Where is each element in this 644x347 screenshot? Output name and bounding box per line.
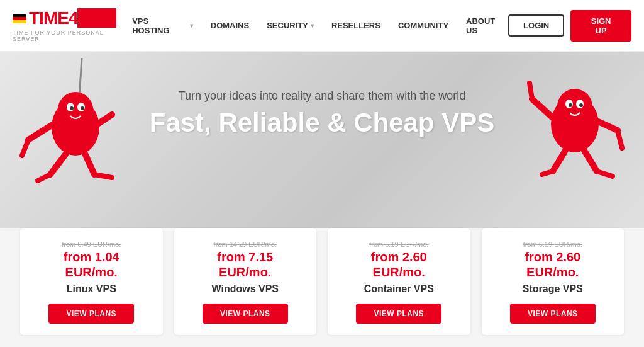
- view-plans-button[interactable]: VIEW PLANS: [48, 304, 134, 324]
- svg-line-30: [597, 171, 613, 176]
- nav-resellers[interactable]: RESELLERS: [331, 21, 380, 30]
- pricing-card: from 6.49 EUR/mo. from 1.04EUR/mo. Linux…: [20, 228, 163, 335]
- card-new-price: from 2.60EUR/mo.: [371, 249, 427, 280]
- card-name: Container VPS: [364, 283, 434, 295]
- svg-rect-0: [13, 14, 26, 17]
- header: TIME4VPS TIME FOR YOUR PERSONAL SERVER V…: [0, 0, 644, 52]
- pricing-card: from 14.29 EUR/mo. from 7.15EUR/mo. Wind…: [174, 228, 317, 335]
- hero-section: Turn your ideas into reality and share t…: [0, 52, 644, 228]
- hero-subtitle: Turn your ideas into reality and share t…: [0, 89, 644, 103]
- svg-line-27: [553, 151, 565, 171]
- card-old-price: from 5.19 EUR/mo.: [523, 241, 582, 248]
- cards-grid: from 6.49 EUR/mo. from 1.04EUR/mo. Linux…: [20, 228, 624, 335]
- logo-text: TIME4VPS: [29, 8, 116, 28]
- pricing-card: from 5.19 EUR/mo. from 2.60EUR/mo. Stora…: [482, 228, 625, 335]
- flag-icon: [13, 14, 26, 23]
- svg-rect-1: [13, 17, 26, 20]
- pricing-card: from 5.19 EUR/mo. from 2.60EUR/mo. Conta…: [328, 228, 470, 335]
- chevron-down-icon: ▾: [190, 22, 193, 29]
- card-old-price: from 6.49 EUR/mo.: [62, 241, 121, 248]
- logo[interactable]: TIME4VPS TIME FOR YOUR PERSONAL SERVER: [13, 9, 132, 42]
- card-old-price: from 14.29 EUR/mo.: [214, 241, 277, 248]
- svg-line-11: [22, 140, 28, 156]
- view-plans-button[interactable]: VIEW PLANS: [510, 304, 596, 324]
- card-name: Storage VPS: [523, 283, 583, 295]
- hero-title: Fast, Reliable & Cheap VPS: [0, 108, 644, 138]
- svg-rect-2: [13, 20, 26, 23]
- nav-vps-hosting[interactable]: VPS HOSTING ▾: [132, 16, 193, 35]
- card-name: Linux VPS: [67, 283, 116, 295]
- nav-security[interactable]: SECURITY ▾: [267, 21, 314, 30]
- logo-vps: VPS: [77, 8, 116, 28]
- svg-line-13: [50, 154, 66, 174]
- pricing-section: from 6.49 EUR/mo. from 1.04EUR/mo. Linux…: [0, 228, 644, 347]
- nav-community[interactable]: COMMUNITY: [398, 21, 448, 30]
- chevron-down-icon: ▾: [311, 22, 314, 29]
- svg-line-14: [38, 174, 50, 181]
- svg-line-29: [584, 151, 597, 171]
- card-old-price: from 5.19 EUR/mo.: [369, 241, 428, 248]
- nav-domains[interactable]: DOMAINS: [211, 21, 249, 30]
- svg-line-16: [94, 174, 112, 178]
- card-new-price: from 2.60EUR/mo.: [525, 249, 580, 280]
- signup-button[interactable]: SIGN UP: [570, 10, 631, 42]
- logo-tagline: TIME FOR YOUR PERSONAL SERVER: [13, 30, 132, 42]
- svg-line-28: [542, 171, 553, 174]
- view-plans-button[interactable]: VIEW PLANS: [356, 304, 441, 324]
- card-name: Windows VPS: [211, 283, 279, 295]
- card-new-price: from 7.15EUR/mo.: [217, 249, 273, 280]
- card-new-price: from 1.04EUR/mo.: [64, 249, 119, 280]
- hero-content: Turn your ideas into reality and share t…: [0, 77, 644, 138]
- view-plans-button[interactable]: VIEW PLANS: [203, 304, 288, 324]
- header-buttons: LOGIN SIGN UP: [508, 10, 631, 42]
- nav-about-us[interactable]: ABOUT US: [466, 16, 508, 35]
- login-button[interactable]: LOGIN: [508, 14, 564, 37]
- svg-line-15: [85, 154, 94, 174]
- main-nav: VPS HOSTING ▾ DOMAINS SECURITY ▾ RESELLE…: [132, 16, 508, 35]
